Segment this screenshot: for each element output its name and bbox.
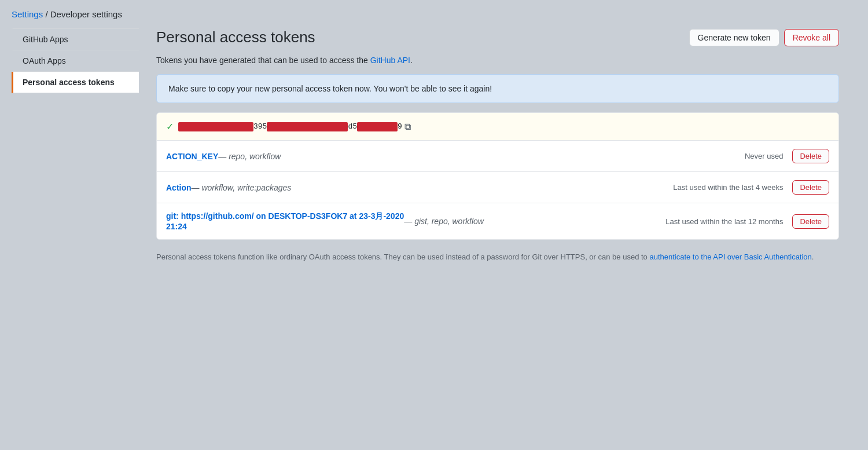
page-header: Personal access tokens Generate new toke…	[156, 28, 839, 46]
page-title: Personal access tokens	[156, 28, 315, 46]
token-info: git: https://github.com/ on DESKTOP-DS3F…	[166, 211, 484, 231]
token-info: Action — workflow, write:packages	[166, 183, 291, 192]
token-usage-action-key: Never used	[745, 152, 783, 160]
table-row: Action — workflow, write:packages Last u…	[157, 172, 838, 203]
token-redacted-part2	[267, 122, 348, 131]
token-meta-action: Last used within the last 4 weeks Delete	[673, 180, 829, 195]
footer-text-after: .	[812, 253, 814, 261]
token-list: ✓ 395 d5 9 ⧉ ACTION_KEY	[156, 112, 839, 240]
alert-box: Make sure to copy your new personal acce…	[156, 74, 839, 103]
sidebar-item-personal-access-tokens[interactable]: Personal access tokens	[12, 72, 139, 93]
token-value: 395 d5 9 ⧉	[178, 122, 829, 132]
token-name-git-desktop[interactable]: git: https://github.com/ on DESKTOP-DS3F…	[166, 211, 404, 231]
delete-action-key-button[interactable]: Delete	[792, 149, 829, 163]
token-scopes-action-key: — repo, workflow	[218, 152, 281, 161]
token-name-line: Action — workflow, write:packages	[166, 183, 291, 192]
footer-text-before: Personal access tokens function like ord…	[156, 253, 649, 261]
token-info: ACTION_KEY — repo, workflow	[166, 152, 281, 161]
token-name-line: ACTION_KEY — repo, workflow	[166, 152, 281, 161]
token-name-action-key[interactable]: ACTION_KEY	[166, 152, 218, 161]
token-display: ✓ 395 d5 9 ⧉	[166, 121, 829, 132]
table-row: ACTION_KEY — repo, workflow Never used D…	[157, 141, 838, 172]
delete-git-desktop-button[interactable]: Delete	[792, 214, 829, 229]
layout: GitHub Apps OAuth Apps Personal access t…	[12, 28, 856, 281]
breadcrumb: Settings / Developer settings	[0, 0, 868, 28]
token-name-line: git: https://github.com/ on DESKTOP-DS3F…	[166, 211, 484, 231]
header-buttons: Generate new token Revoke all	[689, 29, 839, 46]
revoke-all-button[interactable]: Revoke all	[784, 29, 839, 46]
breadcrumb-current: Developer settings	[50, 9, 122, 19]
token-scopes-action: — workflow, write:packages	[192, 183, 292, 192]
sidebar-item-oauth-apps[interactable]: OAuth Apps	[12, 50, 139, 72]
breadcrumb-separator: /	[45, 9, 47, 19]
sidebar-item-github-apps[interactable]: GitHub Apps	[12, 28, 139, 50]
description-text-before: Tokens you have generated that can be us…	[156, 56, 370, 65]
page-description: Tokens you have generated that can be us…	[156, 56, 839, 65]
sidebar: GitHub Apps OAuth Apps Personal access t…	[12, 28, 139, 281]
check-icon: ✓	[166, 121, 174, 132]
main-content: Personal access tokens Generate new toke…	[139, 28, 856, 281]
token-mid-text: 395	[253, 122, 267, 131]
token-usage-action: Last used within the last 4 weeks	[673, 183, 783, 192]
description-text-after: .	[410, 56, 413, 65]
generate-new-token-button[interactable]: Generate new token	[689, 29, 779, 46]
token-end-text: d5	[348, 122, 357, 131]
token-meta-action-key: Never used Delete	[745, 149, 829, 163]
token-usage-git-desktop: Last used within the last 12 months	[665, 217, 783, 226]
token-meta-git-desktop: Last used within the last 12 months Dele…	[665, 214, 829, 229]
token-redacted-part3	[357, 122, 398, 131]
token-name-action[interactable]: Action	[166, 183, 192, 192]
token-last-text: 9	[398, 122, 402, 131]
settings-link[interactable]: Settings	[12, 9, 43, 19]
basic-auth-link[interactable]: authenticate to the API over Basic Authe…	[649, 253, 811, 261]
table-row: git: https://github.com/ on DESKTOP-DS3F…	[157, 203, 838, 239]
token-redacted-part1	[178, 122, 253, 131]
delete-action-button[interactable]: Delete	[792, 180, 829, 195]
github-api-link[interactable]: GitHub API	[370, 56, 410, 65]
footer-text: Personal access tokens function like ord…	[156, 251, 839, 264]
token-scopes-git-desktop: — gist, repo, workflow	[404, 217, 484, 226]
copy-token-icon[interactable]: ⧉	[404, 122, 411, 132]
alert-message: Make sure to copy your new personal acce…	[168, 84, 492, 93]
new-token-display-row: ✓ 395 d5 9 ⧉	[157, 113, 838, 141]
